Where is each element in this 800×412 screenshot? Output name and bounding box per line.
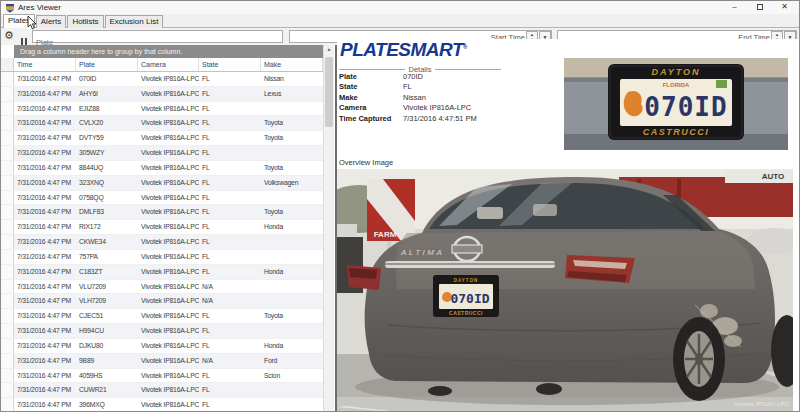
column-header-state[interactable]: State xyxy=(199,58,261,71)
cell-time: 7/31/2016 4:47 PM xyxy=(14,146,76,160)
registered-mark: ® xyxy=(463,44,467,50)
table-row[interactable]: 7/31/2016 4:47 PM 4059HS Vivotek IP816A-… xyxy=(1,369,323,384)
cell-plate: 4059HS xyxy=(76,369,138,383)
detail-field-row: Time Captured 7/31/2016 4:47:51 PM xyxy=(339,114,559,124)
cell-make: Ford xyxy=(261,354,323,368)
cell-time: 7/31/2016 4:47 PM xyxy=(14,398,76,412)
cell-time: 7/31/2016 4:47 PM xyxy=(14,116,76,130)
maximize-button[interactable] xyxy=(747,1,772,14)
cell-camera: Vivotek IP816A-LPC xyxy=(138,369,199,383)
pause-icon[interactable] xyxy=(21,32,29,40)
table-row[interactable]: 7/31/2016 4:47 PM C183ZT Vivotek IP816A-… xyxy=(1,265,323,280)
row-indicator xyxy=(1,176,14,190)
row-indicator xyxy=(1,235,14,249)
grid-rows: 7/31/2016 4:47 PM 070ID Vivotek IP816A-L… xyxy=(1,72,323,412)
tab-exclusion-list[interactable]: Exclusion List xyxy=(105,15,163,28)
table-row[interactable]: 7/31/2016 4:47 PM 323XNQ Vivotek IP816A-… xyxy=(1,176,323,191)
cell-camera: Vivotek IP816A-LPC xyxy=(138,280,199,294)
nissan-emblem xyxy=(452,237,482,261)
table-row[interactable]: 7/31/2016 4:47 PM CKWE34 Vivotek IP816A-… xyxy=(1,235,323,250)
settings-gear-icon[interactable]: ⚙ xyxy=(4,29,14,42)
table-row[interactable]: 7/31/2016 4:47 PM DVTY59 Vivotek IP816A-… xyxy=(1,131,323,146)
cell-plate: CUWR21 xyxy=(76,383,138,397)
cell-camera: Vivotek IP816A-LPC xyxy=(138,309,199,323)
table-row[interactable]: 7/31/2016 4:47 PM 396MXQ Vivotek IP816A-… xyxy=(1,398,323,412)
cell-time: 7/31/2016 4:47 PM xyxy=(14,250,76,264)
column-header-plate[interactable]: Plate xyxy=(76,58,138,71)
table-row[interactable]: 7/31/2016 4:47 PM AHY6I Vivotek IP816A-L… xyxy=(1,87,323,102)
column-header-make[interactable]: Make xyxy=(261,58,323,71)
cell-time: 7/31/2016 4:47 PM xyxy=(14,220,76,234)
minimize-button[interactable]: – xyxy=(722,1,747,14)
cell-make: Honda xyxy=(261,265,323,279)
table-row[interactable]: 7/31/2016 4:47 PM 9B89 Vivotek IP816A-LP… xyxy=(1,354,323,369)
table-row[interactable]: 7/31/2016 4:47 PM EJIZ88 Vivotek IP816A-… xyxy=(1,102,323,117)
cell-time: 7/31/2016 4:47 PM xyxy=(14,72,76,86)
plate-state-text: FLORIDA xyxy=(663,82,690,88)
close-button[interactable]: ✕ xyxy=(772,1,797,14)
plate-frame-bottom-text: CASTRUCCI xyxy=(643,127,710,137)
cell-make xyxy=(261,398,323,412)
cell-state: FL xyxy=(199,116,261,130)
cell-make: Toyota xyxy=(261,309,323,323)
overview-image: AUTO FARM xyxy=(337,169,793,411)
cell-camera: Vivotek IP816A-LPC xyxy=(138,324,199,338)
detail-field-row: State FL xyxy=(339,82,559,92)
detail-label: State xyxy=(339,82,403,92)
plate-number-text: 070ID xyxy=(644,92,727,122)
cell-camera: Vivotek IP816A-LPC xyxy=(138,205,199,219)
tab-hotlists[interactable]: Hotlists xyxy=(67,15,104,28)
tab-alerts[interactable]: Alerts xyxy=(36,15,66,28)
cell-state: FL xyxy=(199,131,261,145)
scrollbar-up-icon[interactable]: ▲ xyxy=(324,46,334,52)
table-row[interactable]: 7/31/2016 4:47 PM 0758QQ Vivotek IP816A-… xyxy=(1,191,323,206)
detail-value: 070ID xyxy=(403,72,423,82)
table-row[interactable]: 7/31/2016 4:47 PM CJEC51 Vivotek IP816A-… xyxy=(1,309,323,324)
tab-strip: Plates Alerts Hotlists Exclusion List xyxy=(1,14,799,28)
car-plate: DAYTON 070ID CASTRUCCI xyxy=(433,275,499,317)
cell-make: Toyota xyxy=(261,205,323,219)
cell-plate: DMLF83 xyxy=(76,205,138,219)
cell-state: FL xyxy=(199,339,261,353)
cell-state: FL xyxy=(199,220,261,234)
cell-plate: 757PA xyxy=(76,250,138,264)
table-row[interactable]: 7/31/2016 4:47 PM 305WZY Vivotek IP816A-… xyxy=(1,146,323,161)
cell-state: FL xyxy=(199,87,261,101)
cell-time: 7/31/2016 4:47 PM xyxy=(14,191,76,205)
svg-text:DAYTON: DAYTON xyxy=(454,278,479,283)
row-indicator xyxy=(1,339,14,353)
plate-filter-field[interactable] xyxy=(32,30,283,43)
row-indicator xyxy=(1,309,14,323)
cell-state: FL xyxy=(199,205,261,219)
detail-label: Make xyxy=(339,93,403,103)
row-indicator xyxy=(1,87,14,101)
table-row[interactable]: 7/31/2016 4:47 PM 070ID Vivotek IP816A-L… xyxy=(1,72,323,87)
table-row[interactable]: 7/31/2016 4:47 PM 8844UQ Vivotek IP816A-… xyxy=(1,161,323,176)
mouse-cursor-icon xyxy=(27,16,37,30)
table-row[interactable]: 7/31/2016 4:47 PM RIX172 Vivotek IP816A-… xyxy=(1,220,323,235)
table-row[interactable]: 7/31/2016 4:47 PM CVLX20 Vivotek IP816A-… xyxy=(1,116,323,131)
maximize-icon xyxy=(757,4,763,10)
scrollbar-thumb[interactable] xyxy=(325,57,333,127)
table-row[interactable]: 7/31/2016 4:47 PM VLU7209 Vivotek IP816A… xyxy=(1,280,323,295)
table-row[interactable]: 7/31/2016 4:47 PM 757PA Vivotek IP816A-L… xyxy=(1,250,323,265)
column-header-time[interactable]: Time xyxy=(14,58,76,71)
grid-scrollbar[interactable]: ▲ xyxy=(323,45,334,412)
cell-camera: Vivotek IP816A-LPC xyxy=(138,191,199,205)
cell-plate: CKWE34 xyxy=(76,235,138,249)
cell-plate: CVLX20 xyxy=(76,116,138,130)
table-row[interactable]: 7/31/2016 4:47 PM H994CU Vivotek IP816A-… xyxy=(1,324,323,339)
table-row[interactable]: 7/31/2016 4:47 PM CUWR21 Vivotek IP816A-… xyxy=(1,383,323,398)
cell-plate: VLH7209 xyxy=(76,294,138,308)
table-row[interactable]: 7/31/2016 4:47 PM DJKU80 Vivotek IP816A-… xyxy=(1,339,323,354)
cell-plate: 323XNQ xyxy=(76,176,138,190)
table-row[interactable]: 7/31/2016 4:47 PM DMLF83 Vivotek IP816A-… xyxy=(1,205,323,220)
column-header-camera[interactable]: Camera xyxy=(138,58,199,71)
cell-make: Volkswagen xyxy=(261,176,323,190)
app-logo-icon xyxy=(5,3,15,13)
cell-state: FL xyxy=(199,235,261,249)
table-row[interactable]: 7/31/2016 4:47 PM VLH7209 Vivotek IP816A… xyxy=(1,294,323,309)
row-indicator xyxy=(1,161,14,175)
row-indicator xyxy=(1,383,14,397)
cell-make: Toyota xyxy=(261,131,323,145)
